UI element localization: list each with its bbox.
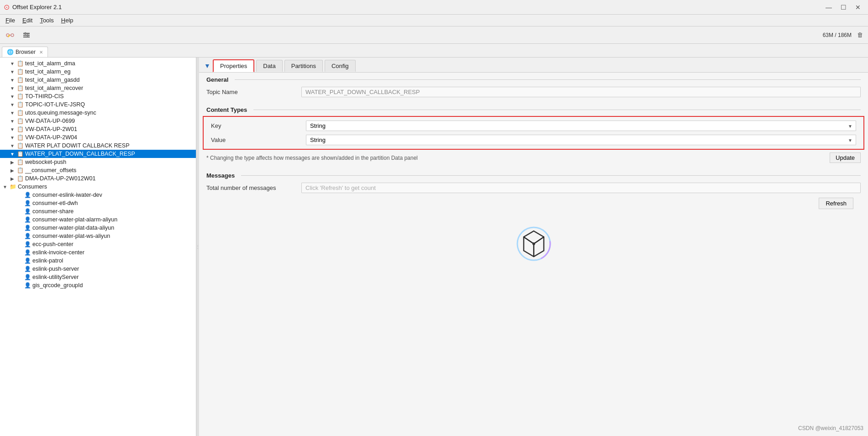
titlebar-left: ⊙ Offset Explorer 2.1: [4, 3, 62, 11]
tree-item[interactable]: 👤consumer-water-plat-ws-aliyun: [0, 232, 196, 240]
tree-expander[interactable]: ▼: [9, 94, 16, 99]
right-panel: ▼ PropertiesDataPartitionsConfig General…: [199, 58, 868, 436]
toolbar-settings-button[interactable]: [19, 28, 34, 42]
tree-item-icon: 📋: [17, 175, 24, 182]
tree-item-label: eslink-patrol: [32, 257, 194, 264]
tree-item[interactable]: ▼📋TOPIC-IOT-LIVE-JSRQ: [0, 100, 196, 109]
tree-item[interactable]: ▼📋TO-THIRD-CIS: [0, 92, 196, 100]
browser-tab[interactable]: 🌐 Browser ✕: [2, 47, 48, 57]
tree-expander[interactable]: ▶: [9, 160, 16, 165]
tree-expander[interactable]: ▼: [9, 127, 16, 132]
tree-item[interactable]: 👤consumer-water-plat-alarm-aliyun: [0, 215, 196, 224]
tree-item[interactable]: 👤consumer-water-plat-data-aliyun: [0, 224, 196, 232]
tree-item[interactable]: 👤eslink-patrol: [0, 257, 196, 265]
tree-expander[interactable]: ▶: [9, 176, 16, 181]
value-row: Value StringLongIntegerShortFloatDoubleB…: [207, 133, 860, 147]
tree-item[interactable]: ▼📋VW-DATA-UP-2W01: [0, 125, 196, 133]
tree-item-label: ecc-push-center: [32, 241, 194, 247]
tabs-down-arrow[interactable]: ▼: [203, 60, 212, 72]
tree-item-label: consumer-water-plat-data-aliyun: [32, 225, 194, 231]
topic-name-value: WATER_PLAT_DOWN_CALLBACK_RESP: [301, 87, 861, 97]
total-messages-label: Total number of messages: [206, 184, 298, 191]
logo-area: [199, 226, 868, 262]
svg-point-15: [532, 242, 535, 245]
content-tab-config[interactable]: Config: [325, 60, 356, 72]
tree-item[interactable]: ▼📋VW-DATA-UP-0699: [0, 117, 196, 125]
close-button[interactable]: ✕: [852, 1, 864, 14]
minimize-button[interactable]: —: [822, 1, 835, 14]
tree-item[interactable]: 👤ecc-push-center: [0, 240, 196, 248]
tree-item[interactable]: 👤consumer-share: [0, 207, 196, 215]
tree-item-icon: 👤: [24, 257, 31, 264]
tree-item-label: gis_qrcode_groupId: [32, 282, 194, 289]
tree-expander[interactable]: ▼: [9, 119, 16, 124]
svg-rect-7: [25, 32, 26, 34]
tree-item[interactable]: ▼📋WATER_PLAT_DOWN_CALLBACK_RESP: [0, 150, 196, 158]
value-select[interactable]: StringLongIntegerShortFloatDoubleByteArr…: [306, 135, 856, 145]
menu-tools[interactable]: Tools: [36, 16, 57, 25]
main-layout: ▼📋test_iot_alarm_dma▼📋test_iot_alarm_eg▼…: [0, 58, 868, 436]
tree-item[interactable]: 👤consumer-etl-dwh: [0, 199, 196, 207]
tree-item-label: VW-DATA-UP-0699: [25, 118, 194, 124]
tree-container[interactable]: ▼📋test_iot_alarm_dma▼📋test_iot_alarm_eg▼…: [0, 58, 196, 436]
tree-item[interactable]: ▼📋test_iot_alarm_recover: [0, 84, 196, 92]
tree-expander[interactable]: ▼: [9, 102, 16, 107]
tree-item[interactable]: 👤gis_qrcode_groupId: [0, 281, 196, 289]
tree-item[interactable]: 👤eslink-utilityServer: [0, 273, 196, 281]
tree-item-icon: 📁: [10, 184, 16, 190]
tree-expander[interactable]: ▼: [9, 86, 16, 91]
tree-expander[interactable]: ▼: [9, 135, 16, 140]
tree-item[interactable]: ▼📋test_iot_alarm_gasdd: [0, 76, 196, 84]
tree-item[interactable]: 👤eslink-push-server: [0, 265, 196, 273]
tree-item-label: test_iot_alarm_eg: [25, 68, 194, 75]
tree-item[interactable]: ▼📋test_iot_alarm_dma: [0, 59, 196, 68]
content-tab-data[interactable]: Data: [256, 60, 282, 72]
refresh-row: Refresh: [199, 195, 868, 212]
app-title: Offset Explorer 2.1: [12, 4, 62, 11]
tree-expander[interactable]: ▼: [9, 78, 16, 83]
tree-expander[interactable]: ▶: [9, 168, 16, 173]
tree-expander[interactable]: ▼: [9, 69, 16, 74]
tree-item[interactable]: 👤eslink-invoice-center: [0, 248, 196, 257]
tree-item[interactable]: ▶📋__consumer_offsets: [0, 166, 196, 174]
tree-item-label: consumer-share: [32, 208, 194, 215]
tree-item-label: websocket-push: [25, 159, 194, 165]
maximize-button[interactable]: ☐: [837, 1, 850, 14]
browser-tab-close[interactable]: ✕: [39, 50, 43, 55]
tree-item[interactable]: ▶📋websocket-push: [0, 158, 196, 166]
watermark: CSDN @weixin_41827053: [798, 425, 863, 431]
tree-item-label: consumer-etl-dwh: [32, 200, 194, 206]
refresh-button[interactable]: Refresh: [819, 198, 853, 209]
tree-item-label: eslink-utilityServer: [32, 274, 194, 280]
tree-item-icon: 👤: [24, 208, 31, 215]
tree-item[interactable]: ▶📋DMA-DATA-UP-2W012W01: [0, 174, 196, 183]
tree-item-label: WATER PLAT DOWIT CALLBACK RESP: [25, 142, 194, 149]
toolbar-connect-button[interactable]: ⚡: [3, 28, 17, 42]
tree-item-icon: 📋: [17, 60, 24, 67]
menu-edit[interactable]: Edit: [19, 16, 36, 25]
update-button[interactable]: Update: [830, 152, 861, 163]
tree-expander[interactable]: ▼: [9, 143, 16, 148]
tree-item[interactable]: ▼📋WATER PLAT DOWIT CALLBACK RESP: [0, 142, 196, 150]
svg-line-13: [524, 237, 534, 244]
content-types-box: Key StringLongIntegerShortFloatDoubleByt…: [203, 116, 864, 150]
tree-item[interactable]: ▼📁Consumers: [0, 183, 196, 191]
svg-rect-6: [23, 37, 30, 37]
clear-memory-button[interactable]: 🗑: [854, 30, 865, 41]
tree-item[interactable]: ▼📋test_iot_alarm_eg: [0, 68, 196, 76]
menu-help[interactable]: Help: [58, 16, 77, 25]
tree-item[interactable]: ▼📋VW-DATA-UP-2W04: [0, 133, 196, 142]
content-tab-partitions[interactable]: Partitions: [284, 60, 323, 72]
key-select[interactable]: StringLongIntegerShortFloatDoubleByteArr…: [306, 121, 856, 131]
tree-expander[interactable]: ▼: [2, 184, 8, 189]
tree-expander[interactable]: ▼: [9, 152, 16, 157]
tree-expander[interactable]: ▼: [9, 61, 16, 66]
tree-item-icon: 📋: [17, 118, 24, 124]
menu-file[interactable]: File: [2, 16, 19, 25]
tree-item[interactable]: 👤consumer-eslink-iwater-dev: [0, 191, 196, 199]
content-types-header: Content Types: [199, 103, 868, 115]
tree-item[interactable]: ▼📋utos.queuing.message-sync: [0, 109, 196, 117]
content-tab-properties[interactable]: Properties: [213, 59, 254, 72]
tree-expander[interactable]: ▼: [9, 110, 16, 116]
tree-item-label: DMA-DATA-UP-2W012W01: [25, 175, 194, 182]
